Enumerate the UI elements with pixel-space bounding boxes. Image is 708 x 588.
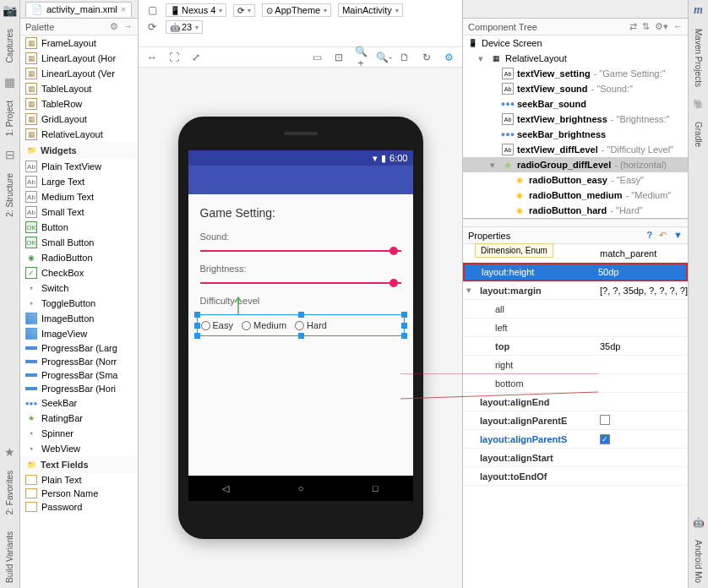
gradle-icon[interactable]: 🐘: [693, 99, 705, 110]
chevron-right-icon[interactable]: →: [123, 21, 133, 32]
palette-item[interactable]: ◉RadioButton: [20, 250, 138, 265]
palette-item[interactable]: Plain Text: [20, 473, 138, 487]
palette-item[interactable]: ProgressBar (Norr: [20, 355, 138, 368]
palette-item[interactable]: AbLarge Text: [20, 174, 138, 189]
refresh-icon[interactable]: ⟳: [145, 21, 159, 33]
undo-icon[interactable]: ↶: [659, 230, 667, 241]
palette-item[interactable]: OKButton: [20, 220, 138, 235]
collapse-icon[interactable]: ⇅: [642, 21, 650, 32]
zoom-fit-icon[interactable]: ⊡: [332, 52, 346, 63]
palette-item[interactable]: ▦TableLayout: [20, 81, 138, 96]
gear-icon[interactable]: ⚙: [110, 21, 118, 32]
rail-tab-gradle[interactable]: Gradle: [694, 122, 703, 147]
chevron-left-icon[interactable]: ←: [673, 21, 683, 32]
rail-tab-maven[interactable]: Maven Projects: [694, 29, 703, 87]
tree-row[interactable]: ◉radioButton_medium - "Medium": [463, 188, 688, 203]
property-row[interactable]: layout:toEndOf: [463, 467, 688, 486]
tree-row[interactable]: AbtextView_setting - "Game Setting:": [463, 66, 688, 81]
tree-row[interactable]: AbtextView_diffLevel - "Difficulty Level…: [463, 142, 688, 157]
palette-item[interactable]: ▦LinearLayout (Ver: [20, 66, 138, 81]
tree-row[interactable]: ◉radioButton_easy - "Easy": [463, 172, 688, 188]
property-row[interactable]: right: [463, 356, 688, 374]
palette-item[interactable]: ▦FrameLayout: [20, 35, 138, 51]
palette-item[interactable]: ★RatingBar: [20, 411, 138, 426]
refresh2-icon[interactable]: ↻: [420, 52, 433, 63]
android-icon[interactable]: 🤖: [693, 517, 705, 528]
rail-tab-structure[interactable]: 2: Structure: [5, 173, 14, 217]
palette-item[interactable]: ●●●SeekBar: [20, 395, 138, 411]
project-icon[interactable]: ▦: [4, 75, 15, 89]
palette-item[interactable]: Password: [20, 500, 138, 514]
palette-item[interactable]: ImageView: [20, 326, 138, 341]
preview-radio-hard[interactable]: Hard: [295, 320, 327, 330]
palette-item[interactable]: AbSmall Text: [20, 204, 138, 220]
palette-cat-textfields[interactable]: 📁Text Fields: [20, 456, 138, 473]
property-row[interactable]: bottom: [463, 374, 688, 393]
reset-icon[interactable]: 🗋: [398, 52, 411, 63]
property-row[interactable]: layout:alignParentS✓: [463, 430, 688, 449]
palette-item[interactable]: ✓CheckBox: [20, 265, 138, 280]
palette-item[interactable]: Person Name: [20, 487, 138, 500]
rail-tab-captures[interactable]: Captures: [5, 29, 14, 63]
property-row[interactable]: left: [463, 318, 688, 337]
palette-item[interactable]: ▦GridLayout: [20, 112, 138, 127]
orientation-dropdown[interactable]: ⟳: [233, 4, 255, 17]
expand-icon[interactable]: ⛶: [167, 52, 181, 63]
tree-row[interactable]: AbtextView_brightness - "Brightness:": [463, 112, 688, 127]
palette-item[interactable]: ▫WebView: [20, 441, 138, 456]
tree-row[interactable]: AbtextView_sound - "Sound:": [463, 81, 688, 96]
palette-item[interactable]: ProgressBar (Hori: [20, 382, 138, 395]
palette-cat-widgets[interactable]: 📁Widgets: [20, 142, 138, 159]
tree-device-screen[interactable]: 📱Device Screen: [463, 35, 688, 51]
palette-item[interactable]: ProgressBar (Larg: [20, 341, 138, 355]
palette-item[interactable]: ▫Spinner: [20, 426, 138, 441]
rail-tab-build[interactable]: Build Variants: [5, 531, 14, 583]
pan-icon[interactable]: ↔: [145, 52, 159, 63]
phone-orient-icon[interactable]: ▢: [145, 4, 159, 16]
tree-row[interactable]: ●●●seekBar_brightness: [463, 127, 688, 142]
zoom-in-icon[interactable]: 🔍+: [354, 46, 368, 69]
filter-icon[interactable]: ▼: [673, 230, 683, 241]
palette-item[interactable]: ▦RelativeLayout: [20, 127, 138, 142]
file-tab-activity-main[interactable]: 📄 activity_main.xml ×: [25, 2, 132, 17]
palette-item[interactable]: ▫ToggleButton: [20, 296, 138, 311]
palette-item[interactable]: AbPlain TextView: [20, 159, 138, 174]
tree-relative-layout[interactable]: ▾▦RelativeLayout: [463, 51, 688, 66]
rail-tab-project[interactable]: 1: Project: [5, 101, 14, 136]
close-icon[interactable]: ×: [121, 4, 126, 14]
palette-list[interactable]: ▦FrameLayout▦LinearLayout (Hor▦LinearLay…: [20, 35, 138, 588]
property-row[interactable]: layout:alignParentE: [463, 411, 688, 430]
device-dropdown[interactable]: 📱 Nexus 4: [166, 3, 226, 17]
gear-icon[interactable]: ⚙▾: [655, 21, 668, 32]
properties-grid[interactable]: xmatch_parentlayout:height50dp▾layout:ma…: [463, 244, 688, 588]
property-row[interactable]: all: [463, 300, 688, 318]
api-dropdown[interactable]: 🤖23: [166, 20, 203, 34]
property-row[interactable]: top35dp: [463, 337, 688, 356]
palette-item[interactable]: ▦LinearLayout (Hor: [20, 51, 138, 66]
property-row[interactable]: layout:alignEnd: [463, 393, 688, 411]
help-icon[interactable]: ?: [646, 230, 652, 241]
structure-icon[interactable]: ⊟: [5, 148, 15, 161]
palette-item[interactable]: OKSmall Button: [20, 235, 138, 250]
design-canvas[interactable]: ▾ ▮ 6:00 Game Setting: Sound: Brightness…: [139, 68, 462, 588]
camera-icon[interactable]: 📷: [3, 3, 17, 17]
property-row[interactable]: layout:height50dp: [463, 263, 688, 281]
activity-dropdown[interactable]: MainActivity: [338, 3, 403, 17]
maven-icon[interactable]: m: [694, 3, 703, 17]
rail-tab-favorites[interactable]: 2: Favorites: [5, 471, 14, 514]
tree-row[interactable]: ●●●seekBar_sound: [463, 96, 688, 112]
preview-radio-group[interactable]: Easy Medium Hard: [197, 314, 405, 336]
palette-item[interactable]: ▦TableRow: [20, 96, 138, 112]
settings-gear-icon[interactable]: ⚙: [442, 52, 455, 63]
rail-tab-android[interactable]: Android Mo: [694, 540, 703, 583]
component-tree[interactable]: 📱Device Screen ▾▦RelativeLayout AbtextVi…: [463, 35, 688, 219]
tree-row[interactable]: ▾◉radioGroup_diffLevel - (horizontal): [463, 157, 688, 172]
tree-row[interactable]: ◉radioButton_hard - "Hard": [463, 203, 688, 218]
star-icon[interactable]: ★: [4, 445, 15, 459]
resize-icon[interactable]: ⤢: [189, 52, 203, 63]
palette-item[interactable]: ImageButton: [20, 311, 138, 326]
palette-item[interactable]: AbMedium Text: [20, 189, 138, 204]
preview-radio-medium[interactable]: Medium: [242, 320, 286, 330]
palette-item[interactable]: ProgressBar (Sma: [20, 368, 138, 382]
preview-radio-easy[interactable]: Easy: [201, 320, 233, 330]
